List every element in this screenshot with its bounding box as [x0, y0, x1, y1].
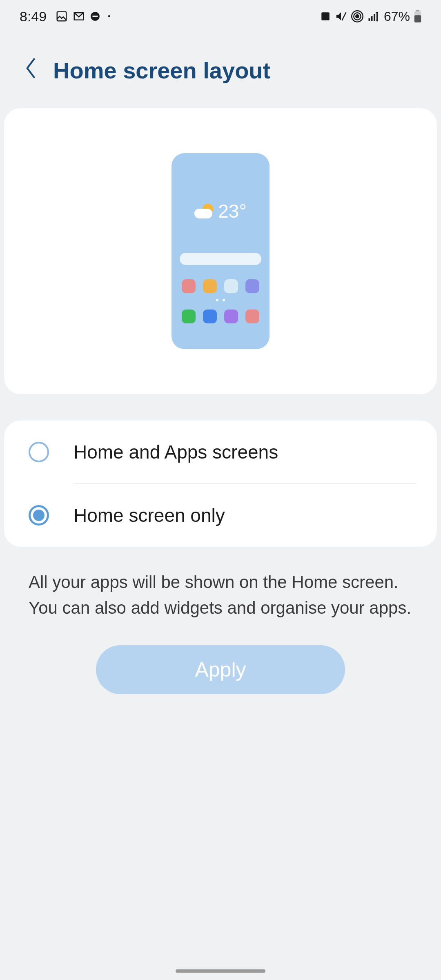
mock-dock-icon — [203, 310, 217, 323]
description-text: All your apps will be shown on the Home … — [0, 547, 441, 621]
weather-icon — [194, 204, 215, 218]
svg-rect-0 — [57, 12, 67, 21]
option-home-only[interactable]: Home screen only — [4, 484, 437, 547]
options-card: Home and Apps screens Home screen only — [4, 421, 437, 547]
signal-icon — [368, 10, 380, 22]
svg-line-4 — [342, 12, 346, 20]
mock-dock-icon — [182, 310, 196, 323]
status-bar: 8:49 • 67% — [0, 0, 441, 33]
page-indicator — [216, 299, 225, 301]
svg-point-5 — [356, 15, 359, 18]
preview-card: 23° — [4, 108, 437, 394]
dock-row — [182, 310, 259, 323]
battery-percent: 67% — [384, 9, 410, 24]
mock-app-icon — [245, 279, 259, 293]
radio-selected[interactable] — [29, 505, 49, 526]
battery-icon — [414, 10, 421, 22]
image-icon — [56, 10, 68, 22]
mute-vibrate-icon — [335, 10, 347, 22]
svg-rect-8 — [368, 18, 370, 21]
app-tile-icon — [320, 11, 331, 22]
search-bar-mock — [180, 253, 261, 265]
hotspot-icon — [351, 10, 363, 22]
back-button[interactable] — [24, 58, 37, 83]
weather-widget: 23° — [194, 200, 247, 222]
page-title: Home screen layout — [53, 57, 270, 84]
gesture-bar[interactable] — [176, 969, 265, 973]
svg-rect-10 — [374, 14, 375, 21]
svg-rect-11 — [376, 12, 378, 21]
option-home-and-apps[interactable]: Home and Apps screens — [4, 421, 437, 483]
header: Home screen layout — [0, 33, 441, 100]
status-right: 67% — [320, 9, 421, 24]
phone-mockup: 23° — [172, 153, 270, 349]
svg-rect-12 — [416, 10, 419, 11]
status-left: 8:49 • — [20, 9, 111, 24]
clock: 8:49 — [20, 9, 47, 24]
dnd-icon — [90, 11, 100, 22]
mock-app-icon — [182, 279, 196, 293]
weather-temp: 23° — [218, 200, 247, 222]
radio-unselected[interactable] — [29, 442, 49, 462]
svg-rect-14 — [414, 15, 421, 22]
gmail-icon — [73, 10, 85, 22]
mock-dock-icon — [245, 310, 259, 323]
app-icon-row — [182, 279, 259, 293]
apply-button[interactable]: Apply — [96, 645, 345, 694]
svg-rect-3 — [321, 12, 330, 20]
svg-rect-2 — [93, 16, 98, 17]
option-label: Home screen only — [74, 504, 225, 526]
mock-dock-icon — [224, 310, 238, 323]
dot-icon: • — [108, 12, 110, 21]
svg-rect-9 — [371, 16, 373, 21]
mock-app-icon — [203, 279, 217, 293]
option-label: Home and Apps screens — [74, 441, 278, 463]
mock-app-icon — [224, 279, 238, 293]
